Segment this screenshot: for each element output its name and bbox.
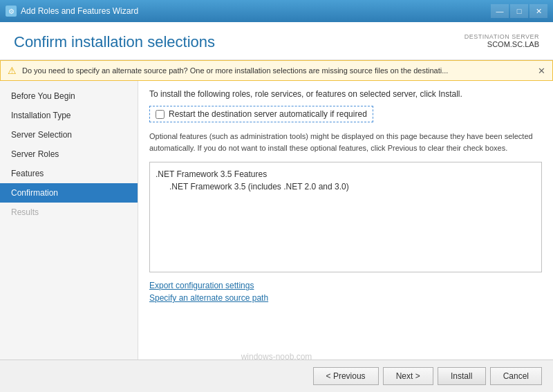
sidebar-item-results: Results: [0, 203, 138, 222]
dest-name: SCOM.SC.LAB: [465, 40, 539, 48]
maximize-button[interactable]: □: [510, 4, 528, 18]
feature-item-1: .NET Framework 3.5 (includes .NET 2.0 an…: [156, 180, 536, 193]
window-body: Confirm installation selections DESTINAT…: [0, 22, 553, 392]
restart-checkbox-row: Restart the destination server automatic…: [149, 106, 373, 122]
warning-icon: ⚠: [8, 65, 17, 76]
instruction-text: To install the following roles, role ser…: [149, 89, 542, 99]
close-button[interactable]: ✕: [529, 4, 547, 18]
footer: < Previous Next > Install Cancel: [0, 360, 553, 392]
export-config-link[interactable]: Export configuration settings: [149, 281, 542, 290]
header-area: Confirm installation selections DESTINAT…: [0, 22, 553, 60]
minimize-button[interactable]: —: [491, 4, 509, 18]
sidebar-item-server-selection[interactable]: Server Selection: [0, 125, 138, 144]
optional-text: Optional features (such as administratio…: [149, 131, 542, 153]
destination-server-info: DESTINATION SERVER SCOM.SC.LAB: [465, 33, 539, 48]
title-bar: ⚙ Add Roles and Features Wizard — □ ✕: [0, 0, 553, 22]
warning-text: Do you need to specify an alternate sour…: [22, 66, 532, 75]
sidebar-item-confirmation[interactable]: Confirmation: [0, 183, 138, 203]
window-controls: — □ ✕: [491, 4, 547, 18]
content-area: Before You Begin Installation Type Serve…: [0, 81, 553, 360]
window-title: Add Roles and Features Wizard: [21, 6, 138, 16]
sidebar-item-installation-type[interactable]: Installation Type: [0, 106, 138, 125]
cancel-button[interactable]: Cancel: [490, 367, 542, 385]
restart-checkbox-label[interactable]: Restart the destination server automatic…: [169, 109, 367, 119]
sidebar-item-before-you-begin[interactable]: Before You Begin: [0, 86, 138, 106]
previous-button[interactable]: < Previous: [313, 367, 379, 385]
warning-banner: ⚠ Do you need to specify an alternate so…: [0, 60, 553, 81]
warning-close-button[interactable]: ✕: [538, 66, 545, 76]
alternate-source-link[interactable]: Specify an alternate source path: [149, 293, 542, 303]
sidebar: Before You Begin Installation Type Serve…: [0, 81, 138, 360]
restart-checkbox[interactable]: [156, 110, 165, 119]
page-title: Confirm installation selections: [14, 33, 215, 51]
sidebar-item-features[interactable]: Features: [0, 164, 138, 183]
feature-item-0: .NET Framework 3.5 Features: [156, 168, 536, 180]
install-button[interactable]: Install: [438, 367, 486, 385]
app-icon: ⚙: [6, 6, 17, 17]
feature-list-box: .NET Framework 3.5 Features .NET Framewo…: [149, 162, 542, 272]
next-button[interactable]: Next >: [383, 367, 433, 385]
link-area: Export configuration settings Specify an…: [149, 281, 542, 303]
main-content: To install the following roles, role ser…: [138, 81, 553, 360]
dest-label: DESTINATION SERVER: [465, 33, 539, 40]
sidebar-item-server-roles[interactable]: Server Roles: [0, 144, 138, 164]
